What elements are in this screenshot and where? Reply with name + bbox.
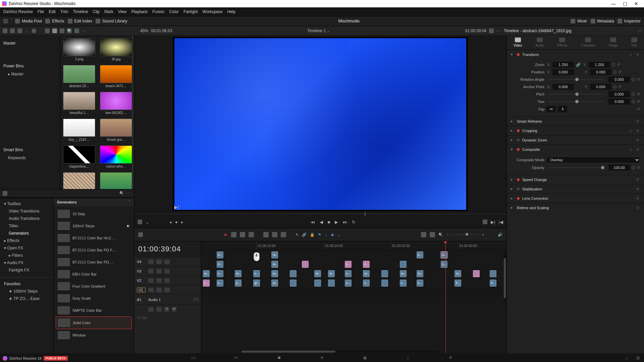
generator-smpte-color-bar[interactable]: SMPTE Color Bar [56, 304, 132, 316]
sort-icon[interactable] [74, 28, 79, 33]
clip[interactable]: b… [490, 280, 496, 287]
generator-window[interactable]: Window [56, 329, 132, 341]
clip[interactable] [314, 280, 321, 287]
edit-index-toggle[interactable]: Edit Index [68, 19, 92, 23]
menu-help[interactable]: Help [227, 9, 235, 14]
timeline-timecode[interactable]: 01:00:39:04 [134, 241, 201, 257]
clip[interactable]: s… [345, 270, 352, 277]
fx-more-icon[interactable]: ⋯ [127, 191, 131, 195]
generator-four-color-gradient[interactable]: Four Color Gradient [56, 280, 132, 292]
timeline-view-icon[interactable] [138, 232, 143, 237]
inspector-toggle[interactable]: Inspector [618, 19, 641, 23]
pool-more-icon[interactable]: ⋯ [82, 28, 86, 33]
clip[interactable] [381, 270, 388, 277]
search-icon[interactable]: 🔍 [67, 28, 72, 33]
inspector-tab-effects[interactable]: Effects [557, 38, 567, 47]
menu-file[interactable]: File [38, 9, 44, 14]
prev-arrow-icon[interactable]: ◂ [169, 220, 172, 225]
inspector-more-icon[interactable]: ⋯ [637, 28, 641, 33]
anchor-y-field[interactable]: 0.000 [590, 84, 611, 90]
sound-library-toggle[interactable]: Sound Library [96, 19, 127, 23]
dynamic-zoom-header[interactable]: ▸Dynamic Zoom↺ [507, 135, 644, 144]
track-v3-header[interactable]: V3 [134, 266, 201, 276]
track-a1-controls[interactable]: SM [134, 304, 201, 314]
record-icon[interactable] [32, 28, 36, 33]
clip[interactable]: s… [363, 280, 370, 287]
clip[interactable]: ra… [271, 261, 278, 268]
clip[interactable] [290, 280, 297, 287]
time-ruler[interactable]: 01:00:16:0001:00:24:0001:00:32:0001:00:4… [201, 241, 506, 250]
inspector-tab-file[interactable]: File [631, 38, 637, 47]
menu-color[interactable]: Color [169, 9, 179, 14]
filters-row[interactable]: ▸ Filters [0, 252, 53, 259]
zoom-slider[interactable] [452, 234, 479, 235]
keywords-bin[interactable]: Keywords [3, 154, 57, 162]
lens-header[interactable]: ▸Lens Correction↺ [507, 194, 644, 203]
viewer-canvas[interactable] [174, 38, 466, 210]
fav-tpzo[interactable]: ★ TP ZO… Ease [0, 295, 53, 302]
cut-page-button[interactable]: ✂ [233, 355, 239, 360]
clip[interactable] [302, 261, 309, 268]
clip[interactable]: s… [203, 280, 210, 287]
generator-bt-2111-color-bar-hlg-[interactable]: BT.2111 Color Bar HLG … [56, 232, 132, 244]
opacity-field[interactable]: 100.00 [608, 165, 630, 171]
titles-row[interactable]: Titles [0, 222, 53, 230]
blade-tool[interactable] [249, 232, 254, 237]
menu-timeline[interactable]: Timeline [73, 9, 88, 14]
media-page-button[interactable]: ▭ [190, 355, 197, 360]
disable-icon[interactable] [164, 259, 170, 264]
clip-thumb[interactable]: 36.jpg [100, 38, 132, 61]
razor-icon[interactable]: ✎ [296, 233, 299, 237]
reset-icon[interactable]: ↺ [617, 62, 620, 67]
anchor-x-field[interactable]: 0.000 [552, 84, 574, 90]
next-arrow-icon[interactable]: ▸ [181, 220, 183, 225]
strip-view-icon[interactable] [60, 28, 64, 33]
edit-page-button[interactable]: ≡ [276, 355, 282, 360]
first-frame-button[interactable]: ⏮ [311, 220, 315, 225]
clip[interactable] [290, 270, 297, 277]
viewer-more-icon[interactable]: ⋯ [496, 28, 500, 33]
replace-icon[interactable] [281, 232, 286, 237]
link-clips-icon[interactable]: 🔗 [302, 233, 307, 237]
menu-fairlight[interactable]: Fairlight [183, 9, 198, 14]
thumb-view-icon[interactable] [52, 28, 57, 33]
clip[interactable]: sc… [417, 270, 423, 277]
auto-select-icon[interactable] [156, 259, 162, 264]
generator-10-step[interactable]: 10 Step [56, 208, 132, 220]
tracks-area[interactable]: 01:00:16:0001:00:24:0001:00:32:0001:00:4… [201, 241, 506, 353]
menu-mark[interactable]: Mark [104, 9, 113, 14]
clip-thumb[interactable]: beach-3471… [100, 65, 132, 88]
lane-v1[interactable]: s… s… p… gr… sc… s… s… s… s… b… [201, 278, 506, 288]
inspector-tab-transition[interactable]: Transition [581, 38, 595, 47]
mixer-toggle[interactable]: Mixer [571, 19, 587, 23]
zoom-x-field[interactable]: 1.250 [552, 62, 574, 68]
playhead[interactable] [445, 241, 446, 353]
track-v1-header[interactable]: V1 [134, 285, 201, 294]
clip[interactable]: sc… [314, 270, 321, 277]
selection-tool[interactable]: ➤ [224, 232, 228, 237]
effects-row[interactable]: ▸ Effects [0, 237, 53, 244]
marker-menu-icon[interactable]: ⌄ [337, 233, 340, 237]
track-v2-header[interactable]: V2 [134, 276, 201, 285]
smart-reframe-header[interactable]: ▸Smart Reframe↺ [507, 117, 644, 126]
clip-thumb[interactable]: colour-whe… [100, 145, 132, 168]
composite-mode-select[interactable]: Overlay [546, 157, 640, 163]
clip[interactable]: sc… [400, 270, 407, 277]
audio-icon[interactable]: 🔊 [498, 233, 502, 237]
generator-100mv-steps[interactable]: 100mV Steps★ [56, 220, 132, 232]
fairlight-page-button[interactable]: ♪ [405, 355, 411, 360]
pos-x-field[interactable]: 0.000 [552, 69, 574, 75]
fusion-page-button[interactable]: ✦ [319, 355, 325, 360]
menu-clip[interactable]: Clip [93, 9, 100, 14]
clip[interactable]: s… [400, 280, 407, 287]
clip-thumb[interactable]: 2.png [63, 38, 95, 61]
clip[interactable]: sc… [235, 270, 241, 277]
composite-header[interactable]: ▾Composite◇↺ [507, 145, 644, 154]
zoom-search-icon[interactable]: 🔍 [438, 233, 443, 237]
retime-header[interactable]: ▸Retime and Scaling↺ [507, 203, 644, 212]
toolbox-row[interactable]: ▾ Toolbox [0, 200, 53, 207]
yaw-field[interactable]: 0.000 [608, 99, 630, 105]
lock-icon[interactable]: 🔒 [310, 233, 315, 237]
generators-row[interactable]: Generators [0, 230, 53, 237]
clip[interactable]: s… [417, 280, 423, 287]
